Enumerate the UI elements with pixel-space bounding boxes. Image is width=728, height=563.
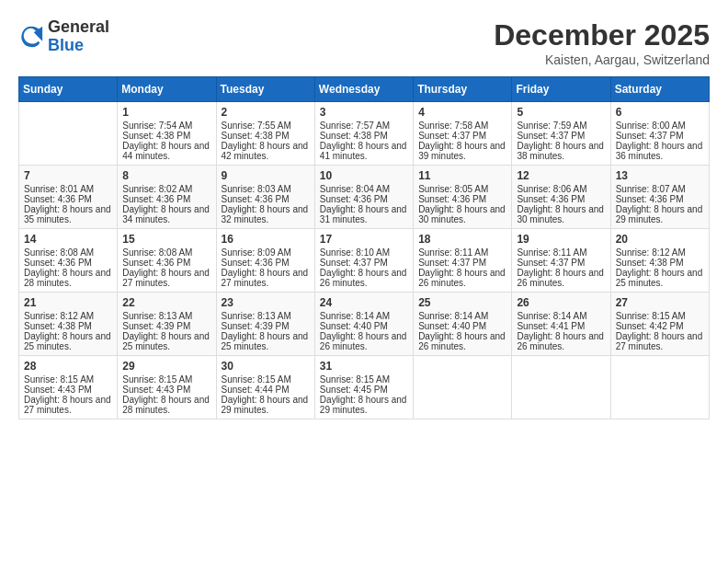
calendar-cell: 31Sunrise: 8:15 AMSunset: 4:45 PMDayligh… bbox=[314, 356, 413, 419]
daylight-text: Daylight: 8 hours and 28 minutes. bbox=[24, 268, 112, 288]
day-number: 12 bbox=[517, 169, 605, 182]
day-number: 18 bbox=[418, 233, 506, 246]
sunrise-text: Sunrise: 8:00 AM bbox=[616, 121, 704, 131]
week-row-1: 7Sunrise: 8:01 AMSunset: 4:36 PMDaylight… bbox=[19, 166, 710, 229]
sunset-text: Sunset: 4:39 PM bbox=[122, 321, 210, 331]
sunset-text: Sunset: 4:36 PM bbox=[122, 194, 210, 204]
col-header-thursday: Thursday bbox=[414, 77, 512, 102]
col-header-wednesday: Wednesday bbox=[314, 77, 413, 102]
sunset-text: Sunset: 4:43 PM bbox=[122, 385, 210, 395]
daylight-text: Daylight: 8 hours and 26 minutes. bbox=[418, 268, 506, 288]
sunset-text: Sunset: 4:39 PM bbox=[222, 321, 310, 331]
sunrise-text: Sunrise: 8:14 AM bbox=[320, 311, 408, 321]
col-header-saturday: Saturday bbox=[610, 77, 709, 102]
daylight-text: Daylight: 8 hours and 36 minutes. bbox=[616, 141, 704, 161]
day-number: 6 bbox=[616, 106, 704, 119]
daylight-text: Daylight: 8 hours and 26 minutes. bbox=[320, 268, 408, 288]
day-number: 25 bbox=[418, 296, 506, 309]
calendar-cell: 20Sunrise: 8:12 AMSunset: 4:38 PMDayligh… bbox=[610, 229, 709, 293]
col-header-tuesday: Tuesday bbox=[216, 77, 314, 102]
sunset-text: Sunset: 4:36 PM bbox=[222, 194, 310, 204]
sunrise-text: Sunrise: 8:14 AM bbox=[418, 311, 506, 321]
day-number: 15 bbox=[122, 233, 210, 246]
sunset-text: Sunset: 4:43 PM bbox=[24, 385, 112, 395]
daylight-text: Daylight: 8 hours and 25 minutes. bbox=[616, 268, 704, 288]
sunset-text: Sunset: 4:38 PM bbox=[122, 131, 210, 141]
day-number: 26 bbox=[517, 296, 605, 309]
calendar-cell: 17Sunrise: 8:10 AMSunset: 4:37 PMDayligh… bbox=[314, 229, 413, 293]
day-number: 21 bbox=[24, 296, 112, 309]
calendar-cell: 22Sunrise: 8:13 AMSunset: 4:39 PMDayligh… bbox=[118, 293, 216, 356]
sunset-text: Sunset: 4:38 PM bbox=[222, 131, 310, 141]
daylight-text: Daylight: 8 hours and 27 minutes. bbox=[222, 268, 310, 288]
week-row-2: 14Sunrise: 8:08 AMSunset: 4:36 PMDayligh… bbox=[19, 229, 710, 293]
calendar-cell: 12Sunrise: 8:06 AMSunset: 4:36 PMDayligh… bbox=[512, 166, 610, 229]
calendar-cell: 24Sunrise: 8:14 AMSunset: 4:40 PMDayligh… bbox=[314, 293, 413, 356]
sunset-text: Sunset: 4:37 PM bbox=[418, 258, 506, 268]
sunrise-text: Sunrise: 8:05 AM bbox=[418, 184, 506, 194]
sunset-text: Sunset: 4:37 PM bbox=[616, 131, 704, 141]
daylight-text: Daylight: 8 hours and 32 minutes. bbox=[222, 204, 310, 224]
sunrise-text: Sunrise: 8:15 AM bbox=[24, 374, 112, 385]
calendar-cell bbox=[610, 356, 709, 419]
sunset-text: Sunset: 4:37 PM bbox=[320, 258, 408, 268]
calendar-cell: 4Sunrise: 7:58 AMSunset: 4:37 PMDaylight… bbox=[414, 102, 512, 166]
sunrise-text: Sunrise: 8:11 AM bbox=[517, 247, 605, 258]
daylight-text: Daylight: 8 hours and 35 minutes. bbox=[24, 204, 112, 224]
calendar-cell: 3Sunrise: 7:57 AMSunset: 4:38 PMDaylight… bbox=[314, 102, 413, 166]
daylight-text: Daylight: 8 hours and 31 minutes. bbox=[320, 204, 408, 224]
calendar-cell: 15Sunrise: 8:08 AMSunset: 4:36 PMDayligh… bbox=[118, 229, 216, 293]
sunset-text: Sunset: 4:42 PM bbox=[616, 321, 704, 331]
calendar-cell: 23Sunrise: 8:13 AMSunset: 4:39 PMDayligh… bbox=[216, 293, 314, 356]
logo-text: General Blue bbox=[48, 18, 109, 55]
title-section: December 2025 Kaisten, Aargau, Switzerla… bbox=[494, 18, 710, 67]
day-number: 5 bbox=[517, 106, 605, 119]
sunrise-text: Sunrise: 7:59 AM bbox=[517, 121, 605, 131]
calendar-cell: 21Sunrise: 8:12 AMSunset: 4:38 PMDayligh… bbox=[19, 293, 118, 356]
calendar-cell: 5Sunrise: 7:59 AMSunset: 4:37 PMDaylight… bbox=[512, 102, 610, 166]
sunrise-text: Sunrise: 8:10 AM bbox=[320, 247, 408, 258]
logo-icon bbox=[18, 24, 44, 50]
sunrise-text: Sunrise: 8:15 AM bbox=[320, 374, 408, 385]
sunrise-text: Sunrise: 8:14 AM bbox=[517, 311, 605, 321]
calendar-table: SundayMondayTuesdayWednesdayThursdayFrid… bbox=[18, 76, 710, 419]
sunrise-text: Sunrise: 8:15 AM bbox=[122, 374, 210, 385]
day-number: 3 bbox=[320, 106, 408, 119]
day-number: 19 bbox=[517, 233, 605, 246]
calendar-cell: 29Sunrise: 8:15 AMSunset: 4:43 PMDayligh… bbox=[118, 356, 216, 419]
week-row-3: 21Sunrise: 8:12 AMSunset: 4:38 PMDayligh… bbox=[19, 293, 710, 356]
calendar-cell: 28Sunrise: 8:15 AMSunset: 4:43 PMDayligh… bbox=[19, 356, 118, 419]
sunset-text: Sunset: 4:36 PM bbox=[24, 194, 112, 204]
sunset-text: Sunset: 4:36 PM bbox=[24, 258, 112, 268]
daylight-text: Daylight: 8 hours and 26 minutes. bbox=[517, 331, 605, 351]
daylight-text: Daylight: 8 hours and 42 minutes. bbox=[222, 141, 310, 161]
daylight-text: Daylight: 8 hours and 30 minutes. bbox=[418, 204, 506, 224]
col-header-sunday: Sunday bbox=[19, 77, 118, 102]
sunset-text: Sunset: 4:40 PM bbox=[418, 321, 506, 331]
daylight-text: Daylight: 8 hours and 28 minutes. bbox=[122, 395, 210, 415]
daylight-text: Daylight: 8 hours and 27 minutes. bbox=[24, 395, 112, 415]
sunrise-text: Sunrise: 7:54 AM bbox=[122, 121, 210, 131]
calendar-cell: 26Sunrise: 8:14 AMSunset: 4:41 PMDayligh… bbox=[512, 293, 610, 356]
daylight-text: Daylight: 8 hours and 39 minutes. bbox=[418, 141, 506, 161]
sunset-text: Sunset: 4:38 PM bbox=[320, 131, 408, 141]
sunrise-text: Sunrise: 7:58 AM bbox=[418, 121, 506, 131]
daylight-text: Daylight: 8 hours and 29 minutes. bbox=[222, 395, 310, 415]
sunset-text: Sunset: 4:45 PM bbox=[320, 385, 408, 395]
calendar-cell bbox=[19, 102, 118, 166]
day-number: 20 bbox=[616, 233, 704, 246]
day-number: 10 bbox=[320, 169, 408, 182]
calendar-cell: 10Sunrise: 8:04 AMSunset: 4:36 PMDayligh… bbox=[314, 166, 413, 229]
location: Kaisten, Aargau, Switzerland bbox=[494, 52, 710, 67]
daylight-text: Daylight: 8 hours and 34 minutes. bbox=[122, 204, 210, 224]
sunset-text: Sunset: 4:36 PM bbox=[418, 194, 506, 204]
day-number: 14 bbox=[24, 233, 112, 246]
day-number: 28 bbox=[24, 360, 112, 373]
sunrise-text: Sunrise: 8:04 AM bbox=[320, 184, 408, 194]
calendar-cell: 9Sunrise: 8:03 AMSunset: 4:36 PMDaylight… bbox=[216, 166, 314, 229]
calendar-cell: 1Sunrise: 7:54 AMSunset: 4:38 PMDaylight… bbox=[118, 102, 216, 166]
daylight-text: Daylight: 8 hours and 25 minutes. bbox=[24, 331, 112, 351]
day-number: 8 bbox=[122, 169, 210, 182]
day-number: 9 bbox=[222, 169, 310, 182]
day-number: 1 bbox=[122, 106, 210, 119]
